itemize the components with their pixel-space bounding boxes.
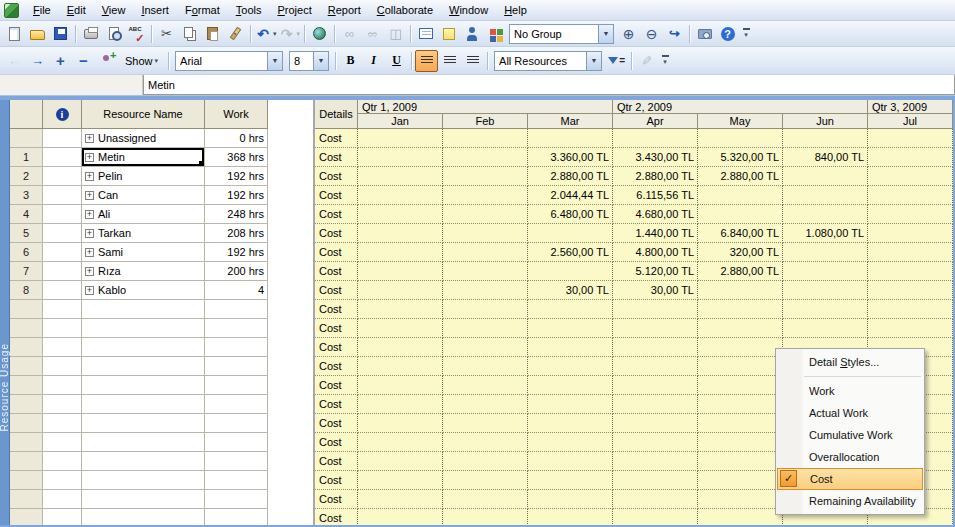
work-cell[interactable] (205, 376, 268, 395)
resource-name-cell[interactable]: +Rıza (82, 262, 205, 281)
row-number-cell[interactable] (10, 509, 43, 525)
align-left-button[interactable] (415, 50, 438, 72)
cost-cell[interactable] (443, 281, 528, 300)
cut-button[interactable] (155, 23, 178, 45)
context-menu-item-overallocation[interactable]: Overallocation (776, 446, 924, 468)
month-label[interactable]: Jun (783, 114, 868, 128)
expand-icon[interactable]: + (85, 248, 94, 257)
toolbar-options-icon[interactable]: ▾ (739, 23, 753, 45)
italic-button[interactable] (362, 50, 385, 72)
cost-cell[interactable] (868, 167, 953, 186)
link-tasks-button[interactable] (338, 23, 361, 45)
cost-cell[interactable] (358, 148, 443, 167)
cost-cell[interactable]: 2.044,44 TL (528, 186, 613, 205)
indicator-cell[interactable] (43, 300, 82, 319)
cost-cell[interactable] (358, 509, 443, 525)
row-number-cell[interactable]: 3 (10, 186, 43, 205)
cost-cell[interactable] (868, 129, 953, 148)
work-cell[interactable]: 4 (205, 281, 268, 300)
cost-cell[interactable] (528, 471, 613, 490)
expand-icon[interactable]: + (85, 210, 94, 219)
indicator-cell[interactable] (43, 376, 82, 395)
cost-cell[interactable] (528, 224, 613, 243)
cost-cell[interactable] (528, 319, 613, 338)
font-size-combo[interactable]: 8▼ (289, 51, 329, 71)
expand-icon[interactable]: + (85, 229, 94, 238)
cost-cell[interactable] (698, 281, 783, 300)
cost-cell[interactable] (528, 395, 613, 414)
context-menu-item-remaining-availability[interactable]: Remaining Availability (776, 490, 924, 512)
context-menu-item-cost[interactable]: ✓Cost (777, 468, 923, 490)
indicator-cell[interactable] (43, 224, 82, 243)
work-cell[interactable]: 248 hrs (205, 205, 268, 224)
cost-cell[interactable]: 4.680,00 TL (613, 205, 698, 224)
cost-cell[interactable] (613, 376, 698, 395)
cost-cell[interactable] (698, 338, 783, 357)
row-number-cell[interactable]: 4 (10, 205, 43, 224)
work-cell[interactable] (205, 319, 268, 338)
cost-cell[interactable] (358, 129, 443, 148)
cost-cell[interactable] (443, 490, 528, 509)
resource-name-cell[interactable] (82, 319, 205, 338)
expand-icon[interactable]: + (85, 286, 94, 295)
cost-cell[interactable] (358, 205, 443, 224)
work-cell[interactable] (205, 338, 268, 357)
cost-cell[interactable] (443, 452, 528, 471)
cost-cell[interactable] (698, 376, 783, 395)
indicator-cell[interactable] (43, 319, 82, 338)
cost-cell[interactable] (783, 186, 868, 205)
cost-cell[interactable] (698, 452, 783, 471)
indicator-cell[interactable] (43, 243, 82, 262)
cost-cell[interactable] (698, 319, 783, 338)
detail-row-label[interactable]: Cost (315, 224, 358, 243)
redo-button[interactable]: ▾ (278, 23, 302, 45)
resource-name-cell[interactable]: +Sami (82, 243, 205, 262)
zoom-in-button[interactable] (617, 23, 640, 45)
cost-cell[interactable] (613, 338, 698, 357)
underline-button[interactable] (385, 50, 408, 72)
cost-cell[interactable]: 3.360,00 TL (528, 148, 613, 167)
unlink-tasks-button[interactable] (361, 23, 384, 45)
resource-name-cell[interactable] (82, 433, 205, 452)
row-number-cell[interactable] (10, 471, 43, 490)
resource-name-cell[interactable]: +Unassigned (82, 129, 205, 148)
indicator-cell[interactable] (43, 129, 82, 148)
menu-edit[interactable]: Edit (59, 1, 94, 19)
detail-row-label[interactable]: Cost (315, 300, 358, 319)
cost-cell[interactable] (528, 452, 613, 471)
resource-name-cell[interactable] (82, 338, 205, 357)
work-header[interactable]: Work (205, 100, 268, 129)
cost-cell[interactable] (868, 319, 953, 338)
indicator-column-header[interactable]: i (43, 100, 82, 129)
cost-cell[interactable] (358, 167, 443, 186)
cost-cell[interactable] (443, 243, 528, 262)
cost-cell[interactable] (528, 414, 613, 433)
menu-insert[interactable]: Insert (133, 1, 177, 19)
cost-cell[interactable] (783, 243, 868, 262)
cost-cell[interactable] (443, 319, 528, 338)
resource-name-cell[interactable] (82, 471, 205, 490)
cost-cell[interactable] (868, 224, 953, 243)
print-button[interactable] (79, 23, 102, 45)
cost-cell[interactable] (528, 509, 613, 525)
cost-cell[interactable]: 2.560,00 TL (528, 243, 613, 262)
cost-cell[interactable] (613, 490, 698, 509)
menu-project[interactable]: Project (269, 1, 319, 19)
detail-row-label[interactable]: Cost (315, 186, 358, 205)
context-menu-item-actual-work[interactable]: Actual Work (776, 402, 924, 424)
cost-cell[interactable] (443, 129, 528, 148)
show-subtasks-button[interactable] (49, 50, 72, 72)
month-label[interactable]: Apr (613, 114, 698, 128)
row-number-cell[interactable] (10, 376, 43, 395)
go-to-task-button[interactable] (663, 23, 686, 45)
cost-cell[interactable] (528, 129, 613, 148)
quarter-label[interactable]: Qtr 3, 2009 (868, 100, 953, 113)
detail-row-label[interactable]: Cost (315, 167, 358, 186)
cost-cell[interactable] (698, 300, 783, 319)
cost-cell[interactable] (613, 395, 698, 414)
month-label[interactable]: Feb (443, 114, 528, 128)
cost-cell[interactable] (528, 433, 613, 452)
quarter-label[interactable]: Qtr 2, 2009 (613, 100, 868, 113)
resource-name-cell[interactable] (82, 395, 205, 414)
detail-row-label[interactable]: Cost (315, 414, 358, 433)
